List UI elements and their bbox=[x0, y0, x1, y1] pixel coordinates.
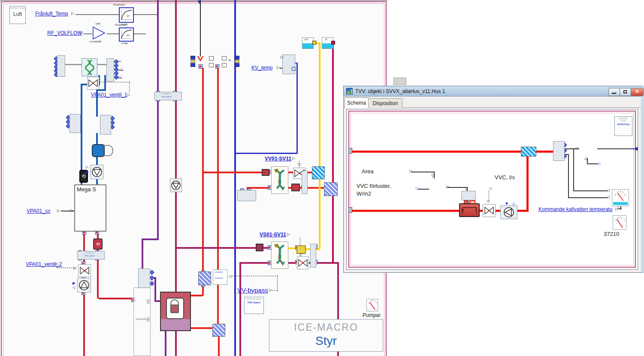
pipe bbox=[568, 154, 569, 198]
valve-vpa01-2[interactable] bbox=[78, 264, 91, 277]
port-block-kv[interactable] bbox=[282, 54, 295, 74]
port-dot bbox=[269, 262, 270, 264]
pump-3[interactable] bbox=[170, 178, 182, 192]
tab-schema[interactable]: Schema bbox=[345, 97, 369, 108]
boiler-figure-frame bbox=[166, 298, 184, 319]
hx-plate-vv01[interactable] bbox=[312, 166, 325, 179]
link-kv-temp[interactable]: KV_temp bbox=[251, 65, 272, 71]
pipe bbox=[217, 68, 219, 325]
pump-icon bbox=[501, 206, 517, 219]
background-window-fragment bbox=[393, 78, 406, 85]
hx-plate-dialog[interactable] bbox=[521, 147, 536, 157]
pump-signal-triangle: ▷ bbox=[86, 166, 88, 169]
pump-signal-triangle: △ bbox=[512, 202, 515, 205]
vlv-block[interactable]: VLVBIVER VLVBIVER bbox=[213, 269, 227, 285]
signal-dashed-line bbox=[272, 290, 278, 291]
macro-port-block-upper[interactable]: ICE-MACRO VP01_MG01 bbox=[154, 92, 182, 100]
slim-block-vv01[interactable] bbox=[302, 171, 308, 194]
macro-port-block-lower[interactable]: ICE-MACRO VP01_MG01 bbox=[77, 251, 105, 259]
pump-2[interactable] bbox=[77, 278, 91, 293]
valve-vs01[interactable] bbox=[297, 256, 309, 269]
pt-sensor[interactable]: PT bbox=[302, 37, 314, 49]
boiler-unit[interactable] bbox=[160, 292, 191, 331]
maroon-check-block[interactable] bbox=[256, 244, 263, 251]
output-file-luft[interactable]: OUTPUT-FILE Luft bbox=[9, 6, 26, 24]
pipe bbox=[234, 0, 236, 356]
ice-macro-column[interactable]: ICE-MACRO bbox=[133, 287, 151, 356]
connector-triangle: ◁ bbox=[118, 75, 121, 79]
port-cluster-block[interactable] bbox=[237, 190, 256, 201]
water-level-icon bbox=[302, 43, 313, 48]
close-button[interactable]: ✕ bbox=[631, 88, 644, 96]
port-block-out[interactable] bbox=[106, 58, 114, 81]
red-check-block[interactable] bbox=[262, 169, 269, 176]
hx-vs01[interactable] bbox=[271, 241, 288, 269]
valve-icon bbox=[297, 257, 308, 269]
pipe bbox=[65, 64, 82, 65]
pum­par-label: Pumpar bbox=[363, 312, 381, 318]
expansion-vessel[interactable] bbox=[92, 144, 105, 157]
tab-disposition[interactable]: Disposition bbox=[368, 98, 402, 108]
output-file-dialog[interactable]: OUTPUT-FILE OUTPUT-FILE bbox=[614, 116, 632, 136]
meter-gauge[interactable] bbox=[613, 215, 626, 230]
output-file-header: OUTPUT-FILE bbox=[615, 118, 632, 122]
link-vs01-sv11[interactable]: VS01-SV11 bbox=[260, 232, 286, 238]
pump-dialog[interactable] bbox=[500, 205, 517, 219]
ice-macro-column-label: ICE-MACRO bbox=[136, 319, 147, 321]
gauge-icon bbox=[612, 190, 629, 202]
link-vv01-sv11[interactable]: VV01-SV11 bbox=[265, 156, 291, 162]
port-block-pmt-bottom[interactable] bbox=[138, 269, 150, 288]
approx-icon: ≈ bbox=[228, 57, 231, 63]
link-vpa01-ss[interactable]: VPA01_ss bbox=[27, 208, 50, 214]
firstorder2-block[interactable]: PT bbox=[119, 27, 134, 42]
pipe bbox=[332, 196, 334, 263]
tq-block[interactable] bbox=[461, 191, 476, 200]
mega-s-unit[interactable]: Mega S bbox=[74, 184, 106, 232]
port-block-dialog[interactable] bbox=[553, 141, 565, 161]
manifold-block[interactable]: ≈ bbox=[190, 55, 241, 69]
hx-vv01[interactable] bbox=[271, 166, 288, 194]
link-rf-volflow[interactable]: RF_VOLFLOW bbox=[47, 30, 82, 36]
output-file-header: OUTPUT-FILE bbox=[245, 298, 263, 300]
output-file-header: OUTPUT-FILE bbox=[10, 7, 25, 9]
minimize-button[interactable] bbox=[608, 88, 620, 96]
link-vv-bypass[interactable]: VV-bypass bbox=[237, 287, 268, 294]
water-level-icon bbox=[613, 202, 628, 205]
valve-vpa01-1[interactable] bbox=[87, 77, 99, 90]
valve-dialog[interactable] bbox=[483, 204, 496, 217]
pump-icon bbox=[78, 278, 91, 292]
hx-plate-2[interactable] bbox=[212, 324, 225, 337]
output-file-bypass[interactable]: OUTPUT-FILE VVB1_Bypass bbox=[244, 297, 264, 314]
ice-macro-styr-box[interactable]: ICE-MACRO Styr bbox=[269, 319, 383, 352]
connector-triangle: ▷ bbox=[409, 169, 412, 173]
red-check-block[interactable]: ⟲ bbox=[93, 238, 103, 250]
connector-triangle: ▷ bbox=[127, 93, 130, 97]
hx-plate-1[interactable] bbox=[198, 272, 211, 285]
firstorder1-title: FirstOrder1 bbox=[113, 4, 125, 6]
pipe bbox=[83, 33, 92, 34]
port-block-pmt-a[interactable] bbox=[70, 114, 81, 133]
link-kallvatten[interactable]: Kommande kallvatten temperatu bbox=[538, 206, 613, 212]
pumpar-gauge[interactable] bbox=[366, 299, 378, 311]
hx-plate-vv01b[interactable] bbox=[324, 182, 338, 196]
svg-text:PT: PT bbox=[127, 15, 130, 18]
link-franluft-temp[interactable]: Frånluft_Temp bbox=[35, 11, 68, 17]
temperature-gauge[interactable] bbox=[612, 189, 629, 206]
link-vpa01-ventil-1[interactable]: VPA01_ventil_1 bbox=[91, 92, 127, 98]
maximize-icon bbox=[623, 90, 627, 94]
port-block-pmt-b[interactable] bbox=[100, 115, 111, 135]
storage-tank[interactable] bbox=[459, 203, 480, 217]
coil-block[interactable] bbox=[82, 58, 97, 76]
red-check-block[interactable] bbox=[291, 184, 300, 191]
gain-block[interactable] bbox=[92, 26, 106, 40]
pipe bbox=[568, 197, 608, 198]
port-block-phtxw[interactable] bbox=[57, 55, 65, 77]
connector-triangle: ◁ bbox=[120, 68, 122, 71]
firstorder1-block[interactable]: PT bbox=[119, 7, 134, 23]
connector-triangle: ▷ bbox=[70, 208, 73, 212]
pipe bbox=[134, 33, 146, 34]
maximize-button[interactable] bbox=[620, 88, 631, 96]
pipe bbox=[411, 172, 435, 172]
pump-1[interactable] bbox=[91, 165, 103, 179]
slim-block-vs01[interactable] bbox=[310, 244, 316, 268]
